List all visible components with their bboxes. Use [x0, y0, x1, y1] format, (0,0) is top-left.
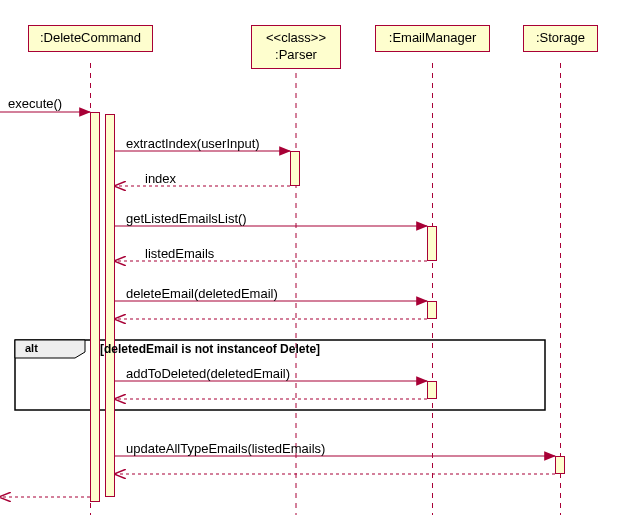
lifeline-label: :Parser	[260, 47, 332, 64]
lifeline-label: :EmailManager	[384, 30, 481, 47]
lifeline-3: :Storage	[523, 25, 598, 52]
message-label: listedEmails	[145, 246, 214, 261]
sequence-diagram: :DeleteCommand<<class>>:Parser:EmailMana…	[0, 0, 623, 520]
message-label: updateAllTypeEmails(listedEmails)	[126, 441, 325, 456]
lifeline-label: :DeleteCommand	[37, 30, 144, 47]
alt-guard: [deletedEmail is not instanceof Delete]	[100, 342, 320, 356]
alt-label: alt	[25, 342, 38, 354]
message-label: addToDeleted(deletedEmail)	[126, 366, 290, 381]
activation-bar	[90, 112, 100, 502]
message-label: deleteEmail(deletedEmail)	[126, 286, 278, 301]
message-label: execute()	[8, 96, 62, 111]
lifeline-0: :DeleteCommand	[28, 25, 153, 52]
lifeline-2: :EmailManager	[375, 25, 490, 52]
lifeline-label: :Storage	[532, 30, 589, 47]
lifeline-1: <<class>>:Parser	[251, 25, 341, 69]
message-label: index	[145, 171, 176, 186]
message-label: getListedEmailsList()	[126, 211, 247, 226]
activation-bar	[290, 151, 300, 186]
activation-bar	[555, 456, 565, 474]
activation-bar	[427, 301, 437, 319]
activation-bar	[427, 381, 437, 399]
message-label: extractIndex(userInput)	[126, 136, 260, 151]
activation-bar	[105, 114, 115, 497]
activation-bar	[427, 226, 437, 261]
stereotype: <<class>>	[260, 30, 332, 47]
